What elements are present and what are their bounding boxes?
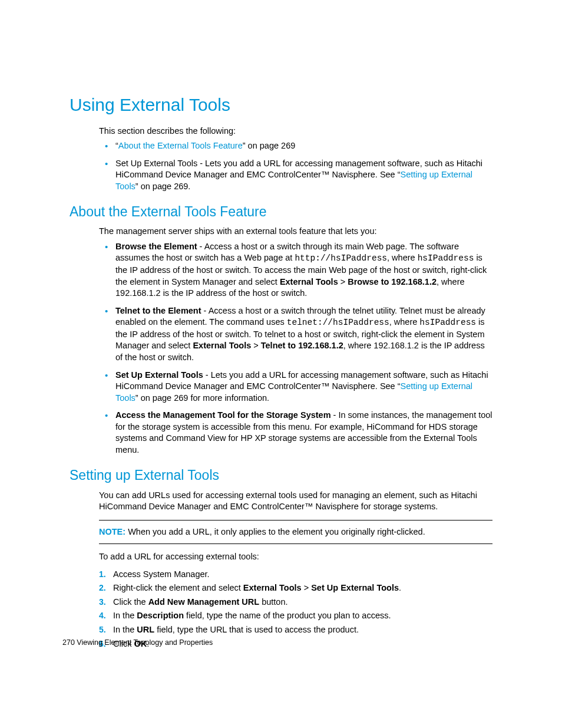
step-item: Access System Manager. — [99, 569, 492, 581]
feature-name: Telnet to the Element — [115, 306, 201, 315]
feature-list: Browse the Element - Access a host or a … — [99, 241, 492, 456]
note-text: When you add a URL, it only applies to t… — [125, 527, 425, 536]
code: hsIPaddress — [418, 253, 474, 263]
list-item: “About the External Tools Feature” on pa… — [115, 140, 492, 152]
menu-path: External Tools — [280, 277, 338, 286]
text: > — [302, 583, 312, 592]
code: telnet://hsIPaddress — [287, 318, 389, 327]
ui-element: Add New Management URL — [148, 597, 260, 607]
heading-using-external-tools: Using External Tools — [70, 93, 492, 117]
list-item: Access the Management Tool for the Stora… — [115, 410, 492, 456]
menu-path: External Tools — [193, 341, 251, 350]
note-box: NOTE: When you add a URL, it only applie… — [99, 520, 492, 545]
ui-element: URL — [137, 625, 154, 634]
text: Right-click the element and select — [113, 583, 243, 592]
text: , where — [389, 317, 420, 327]
code: http://hsIPaddress — [295, 253, 387, 263]
list-item: Set Up External Tools - Lets you add a U… — [115, 158, 492, 193]
link-about-feature[interactable]: About the External Tools Feature — [118, 141, 243, 150]
feature-name: Access the Management Tool for the Stora… — [115, 410, 331, 420]
heading-setting-up: Setting up External Tools — [70, 466, 492, 485]
heading-about-feature: About the External Tools Feature — [70, 203, 492, 221]
text: field, type the name of the product you … — [184, 611, 391, 620]
text: In the — [113, 625, 137, 634]
code: hsIPaddress — [419, 318, 476, 327]
step-item: Right-click the element and select Exter… — [99, 582, 492, 594]
page-footer: 270 Viewing Element Topology and Propert… — [62, 638, 213, 648]
body-text: To add a URL for accessing external tool… — [99, 551, 492, 563]
note-label: NOTE: — [99, 527, 125, 536]
toc-list: “About the External Tools Feature” on pa… — [99, 140, 492, 192]
body-text: You can add URLs used for accessing exte… — [99, 490, 492, 513]
text: ” on page 269. — [135, 182, 191, 191]
step-item: In the Description field, type the name … — [99, 610, 492, 622]
text: . — [399, 583, 401, 592]
feature-name: Browse the Element — [115, 242, 197, 251]
text: ” on page 269 for more information. — [135, 393, 269, 403]
text: ” on page 269 — [243, 141, 296, 150]
text: > — [251, 341, 261, 350]
text: field, type the URL that is used to acce… — [154, 625, 359, 634]
menu-path: Telnet to 192.168.1.2 — [261, 341, 343, 350]
text: Click the — [113, 597, 148, 607]
step-item: Click the Add New Management URL button. — [99, 597, 492, 608]
text: > — [338, 277, 348, 286]
text: , where — [387, 253, 418, 262]
menu-path: Set Up External Tools — [311, 583, 399, 592]
text: In the — [113, 611, 137, 620]
intro-text: The management server ships with an exte… — [99, 226, 492, 238]
menu-path: Browse to 192.168.1.2 — [348, 277, 437, 286]
text: button. — [259, 597, 287, 607]
footer-title: Viewing Element Topology and Properties — [75, 638, 213, 647]
menu-path: External Tools — [243, 583, 302, 592]
list-item: Set Up External Tools - Lets you add a U… — [115, 370, 492, 404]
ui-element: Description — [137, 611, 184, 620]
feature-name: Set Up External Tools — [115, 370, 203, 380]
page-number: 270 — [62, 638, 75, 647]
list-item: Browse the Element - Access a host or a … — [115, 241, 492, 299]
intro-text: This section describes the following: — [99, 126, 492, 137]
list-item: Telnet to the Element - Access a host or… — [115, 305, 492, 364]
step-item: In the URL field, type the URL that is u… — [99, 624, 492, 636]
